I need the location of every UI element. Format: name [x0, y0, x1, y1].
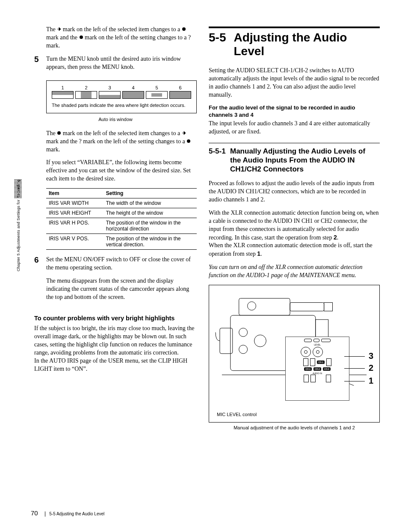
- table-header: Setting: [103, 189, 197, 198]
- page: Chapter 5 Adjustments and Settings for R…: [0, 0, 408, 532]
- highlights-heading: To counter problems with very bright hig…: [34, 314, 197, 322]
- filled-circle-icon: [79, 35, 83, 39]
- table-header: Item: [46, 189, 103, 198]
- table-row: IRIS VAR HEIGHTThe height of the window: [46, 208, 197, 218]
- level-panel: LEVEL CH-1 CH-1 CH-2: [285, 337, 349, 401]
- mark-change-text-1: The mark on the left of the selected ite…: [46, 26, 197, 50]
- subsection-divider: [209, 143, 380, 143]
- table-row: IRIS VAR V POS.The position of the windo…: [46, 234, 197, 250]
- step-number: 5: [34, 55, 46, 77]
- step-followup-text: The menu disappears from the screen and …: [46, 277, 197, 301]
- step-ref-2: 2: [334, 234, 337, 241]
- mark-change-text-2: The mark on the left of the selected ite…: [46, 130, 197, 154]
- svg-point-6: [248, 302, 256, 310]
- xlr-note-italic: You can turn on and off the XLR connecti…: [209, 263, 380, 280]
- slider-icon: [304, 339, 312, 342]
- footer-divider: [45, 511, 45, 517]
- arrow-icon: [57, 27, 61, 31]
- callout-line: [344, 356, 365, 357]
- page-footer: 70 5-5 Adjusting the Audio Level: [31, 509, 104, 517]
- mic-level-label: MIC LEVEL control: [217, 412, 257, 417]
- filled-circle-icon: [57, 131, 61, 135]
- slider-icon: [321, 339, 331, 342]
- switch-icon: [326, 375, 331, 382]
- step-text: Turn the MENU knob until the desired aut…: [46, 55, 197, 71]
- camera-diagram: LEVEL CH-1 CH-1 CH-2: [209, 285, 380, 423]
- iris-settings-table: Item Setting IRIS VAR WIDTHThe width of …: [46, 188, 197, 250]
- iris-label: 2: [75, 85, 97, 90]
- intro-text: Setting the AUDIO SELECT CH-1/CH-2 switc…: [209, 67, 380, 99]
- variable-intro-text: If you select “VARIABLE”, the following …: [46, 159, 197, 183]
- section-title: Adjusting the Audio Level: [234, 31, 366, 58]
- auto-iris-diagram: 1 2 3 4 5 6 The shaded parts indicate th…: [46, 80, 197, 113]
- table-row: IRIS VAR H POS.The position of the windo…: [46, 218, 197, 234]
- highlights-body: If the subject is too bright, the iris m…: [34, 325, 197, 373]
- callout-line: [344, 381, 365, 381]
- arrow-icon: [182, 131, 186, 135]
- ch-label: CH-1: [317, 361, 325, 364]
- switch-icon: [310, 375, 316, 382]
- iris-label: 5: [146, 85, 168, 90]
- section-divider: [209, 27, 380, 28]
- switch-icon: [304, 375, 309, 382]
- svg-point-1: [80, 35, 83, 39]
- iris-caption: Auto iris window: [34, 117, 197, 122]
- step-text: Set the MENU ON/OFF switch to OFF or clo…: [46, 256, 197, 272]
- iris-box-4: [122, 91, 144, 99]
- iris-label: 3: [99, 85, 121, 90]
- proceed-text: Proceed as follows to adjust the audio l…: [209, 180, 380, 204]
- switch-icon: [326, 358, 331, 366]
- callout-2: 2: [369, 363, 373, 373]
- iris-label: 1: [52, 85, 74, 90]
- switch-icon: [310, 358, 315, 366]
- svg-point-2: [57, 131, 61, 135]
- svg-point-12: [239, 345, 248, 354]
- filled-circle-icon: [186, 139, 191, 143]
- iris-box-1: [52, 91, 74, 99]
- section-heading: 5-5Adjusting the Audio Level: [209, 31, 380, 58]
- step-ref-1: 1: [257, 250, 260, 257]
- camera-caption: Manual adjustment of the audio levels of…: [209, 425, 380, 430]
- level-knob: [313, 347, 323, 357]
- right-column: 5-5Adjusting the Audio Level Setting the…: [209, 26, 380, 515]
- section-number: 5-5: [209, 31, 226, 44]
- iris-box-5: [146, 91, 168, 99]
- xlr-text: With the XLR connection automatic detect…: [209, 209, 380, 258]
- content-columns: The mark on the left of the selected ite…: [34, 26, 387, 515]
- step-5: 5 Turn the MENU knob until the desired a…: [34, 55, 197, 77]
- page-number: 70: [31, 509, 38, 517]
- ch-label: CH-2: [313, 367, 321, 371]
- chapter-sidebar-label: Chapter 5 Adjustments and Settings for R…: [16, 180, 21, 272]
- iris-box-2: [75, 91, 97, 99]
- iris-label: 4: [122, 85, 144, 90]
- svg-point-11: [239, 328, 248, 337]
- svg-rect-10: [324, 303, 333, 311]
- callout-line: [344, 368, 365, 369]
- iris-box-6: [169, 91, 191, 99]
- slider-icon: [313, 339, 319, 342]
- ch-label: CH-4: [323, 367, 331, 371]
- callout-1: 1: [369, 376, 373, 386]
- switch-icon: [303, 358, 308, 366]
- subsection-heading: 5-5-1Manually Adjusting the Audio Levels…: [209, 147, 380, 174]
- subsection-number: 5-5-1: [209, 147, 230, 156]
- callout-3: 3: [369, 351, 373, 361]
- ch34-text: The input levels for audio channels 3 an…: [209, 120, 380, 136]
- table-row: IRIS VAR WIDTHThe width of the window: [46, 198, 197, 208]
- level-knob: [301, 347, 311, 357]
- step-number: 6: [34, 256, 46, 306]
- iris-box-3: [99, 91, 121, 99]
- panel-level-label: LEVEL: [287, 343, 347, 346]
- svg-point-13: [254, 335, 266, 347]
- subsection-title: Manually Adjusting the Audio Levels of t…: [230, 147, 371, 174]
- svg-rect-5: [239, 299, 290, 316]
- svg-rect-9: [290, 303, 324, 311]
- left-column: The mark on the left of the selected ite…: [34, 26, 197, 515]
- svg-point-0: [182, 27, 186, 31]
- subheading-ch34: For the audio level of the signal to be …: [209, 104, 380, 119]
- ch-label: CH-1: [304, 367, 312, 371]
- step-6: 6 Set the MENU ON/OFF switch to OFF or c…: [34, 256, 197, 306]
- filled-circle-icon: [182, 27, 186, 31]
- svg-point-3: [187, 139, 190, 143]
- footer-section-title: 5-5 Adjusting the Audio Level: [49, 511, 104, 516]
